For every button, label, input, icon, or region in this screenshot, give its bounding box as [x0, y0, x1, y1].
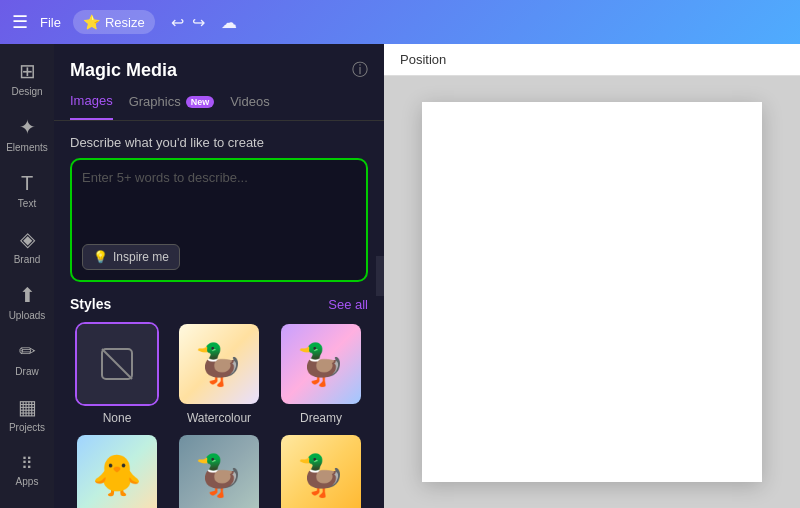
style-label-dreamy: Dreamy — [300, 411, 342, 425]
style-item-photo[interactable]: 🦆 Photo — [274, 433, 368, 508]
style-item-filmic[interactable]: 🦆 Filmic — [172, 433, 266, 508]
sidebar-item-elements[interactable]: ✦ Elements — [5, 108, 49, 160]
canvas-area: Position — [384, 44, 800, 508]
canvas-workspace[interactable] — [384, 76, 800, 508]
redo-icon[interactable]: ↪ — [192, 13, 205, 32]
design-label: Design — [11, 86, 42, 97]
position-label: Position — [400, 52, 446, 67]
brand-icon: ◈ — [20, 227, 35, 251]
sidebar-item-projects[interactable]: ▦ Projects — [5, 388, 49, 440]
inspire-label: Inspire me — [113, 250, 169, 264]
projects-label: Projects — [9, 422, 45, 433]
icon-sidebar: ⊞ Design ✦ Elements T Text ◈ Brand ⬆ Upl… — [0, 44, 54, 508]
style-thumb-none — [75, 322, 159, 406]
panel-content: Describe what you'd like to create 💡 Ins… — [54, 121, 384, 508]
canvas-document — [422, 102, 762, 482]
panel-title: Magic Media — [70, 60, 177, 81]
tab-graphics-label: Graphics — [129, 94, 181, 109]
design-icon: ⊞ — [19, 59, 36, 83]
sidebar-item-uploads[interactable]: ⬆ Uploads — [5, 276, 49, 328]
projects-icon: ▦ — [18, 395, 37, 419]
style-item-none[interactable]: None — [70, 322, 164, 425]
inspire-me-button[interactable]: 💡 Inspire me — [82, 244, 180, 270]
apps-icon: ⠿ — [21, 454, 33, 473]
svg-line-1 — [102, 349, 132, 379]
undo-redo-group: ↩ ↪ — [171, 13, 205, 32]
style-label-watercolour: Watercolour — [187, 411, 251, 425]
panel-collapse-handle[interactable]: › — [376, 256, 384, 296]
style-thumb-anime: 🐥 — [75, 433, 159, 508]
panel-info-icon[interactable]: ⓘ — [352, 60, 368, 81]
style-thumb-photo: 🦆 — [279, 433, 363, 508]
panel-header: Magic Media ⓘ — [54, 44, 384, 81]
styles-title: Styles — [70, 296, 111, 312]
elements-label: Elements — [6, 142, 48, 153]
style-label-none: None — [103, 411, 132, 425]
sidebar-item-design[interactable]: ⊞ Design — [5, 52, 49, 104]
uploads-icon: ⬆ — [19, 283, 36, 307]
see-all-button[interactable]: See all — [328, 297, 368, 312]
sidebar-item-draw[interactable]: ✏ Draw — [5, 332, 49, 384]
undo-icon[interactable]: ↩ — [171, 13, 184, 32]
panel-tabs: Images Graphics New Videos — [54, 81, 384, 121]
styles-grid: None 🦆 Watercolour 🦆 Dreamy — [70, 322, 368, 508]
prompt-input-container: 💡 Inspire me — [70, 158, 368, 282]
canvas-top-bar: Position — [384, 44, 800, 76]
tab-videos[interactable]: Videos — [230, 94, 270, 119]
uploads-label: Uploads — [9, 310, 46, 321]
resize-label: Resize — [105, 15, 145, 30]
tab-videos-label: Videos — [230, 94, 270, 109]
tab-graphics[interactable]: Graphics New — [129, 94, 215, 119]
draw-label: Draw — [15, 366, 38, 377]
resize-star-icon: ⭐ — [83, 14, 100, 30]
prompt-textarea[interactable] — [82, 170, 356, 240]
elements-icon: ✦ — [19, 115, 36, 139]
menu-icon[interactable]: ☰ — [12, 11, 28, 33]
style-thumb-filmic: 🦆 — [177, 433, 261, 508]
cloud-icon[interactable]: ☁ — [221, 13, 237, 32]
style-item-dreamy[interactable]: 🦆 Dreamy — [274, 322, 368, 425]
top-bar: ☰ File ⭐ Resize ↩ ↪ ☁ — [0, 0, 800, 44]
style-thumb-dreamy: 🦆 — [279, 322, 363, 406]
text-icon: T — [21, 172, 33, 195]
magic-media-panel: Magic Media ⓘ Images Graphics New Videos… — [54, 44, 384, 508]
draw-icon: ✏ — [19, 339, 36, 363]
sidebar-item-apps[interactable]: ⠿ Apps — [5, 444, 49, 496]
graphics-new-badge: New — [186, 96, 215, 108]
file-menu[interactable]: File — [40, 15, 61, 30]
resize-button[interactable]: ⭐ Resize — [73, 10, 155, 34]
style-thumb-watercolour: 🦆 — [177, 322, 261, 406]
apps-label: Apps — [16, 476, 39, 487]
brand-label: Brand — [14, 254, 41, 265]
tab-images[interactable]: Images — [70, 93, 113, 120]
describe-label: Describe what you'd like to create — [70, 135, 368, 150]
text-label: Text — [18, 198, 36, 209]
inspire-icon: 💡 — [93, 250, 108, 264]
style-item-watercolour[interactable]: 🦆 Watercolour — [172, 322, 266, 425]
sidebar-item-text[interactable]: T Text — [5, 164, 49, 216]
sidebar-item-brand[interactable]: ◈ Brand — [5, 220, 49, 272]
styles-header: Styles See all — [70, 296, 368, 312]
style-item-anime[interactable]: 🐥 Anime — [70, 433, 164, 508]
main-area: ⊞ Design ✦ Elements T Text ◈ Brand ⬆ Upl… — [0, 44, 800, 508]
tab-images-label: Images — [70, 93, 113, 108]
